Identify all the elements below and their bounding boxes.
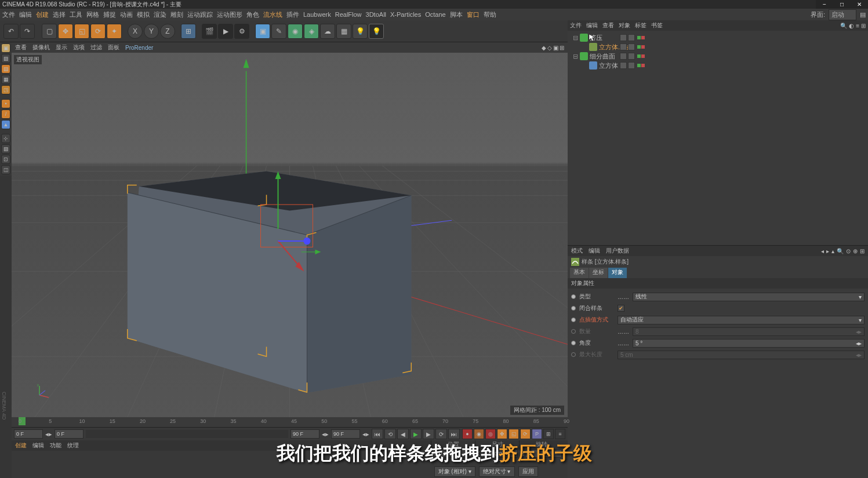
material-tab[interactable]: 创建	[15, 441, 27, 450]
tree-row[interactable]: ⊟细分曲面	[570, 52, 866, 61]
menu-item[interactable]: 网格	[86, 10, 99, 19]
start-frame[interactable]: 0 F	[14, 429, 43, 439]
size-mode-dropdown[interactable]: 绝对尺寸 ▾	[479, 466, 515, 477]
pla-key-button[interactable]: ⊞	[543, 429, 554, 439]
close-button[interactable]: ✕	[851, 0, 868, 9]
filter-icon[interactable]: ≡	[856, 23, 859, 29]
stepper-icon[interactable]: ◂▸	[322, 430, 329, 438]
viewmenu-item[interactable]: 面板	[108, 43, 119, 52]
viewmenu-item[interactable]: 显示	[56, 43, 67, 52]
lock-icon[interactable]: ⊙	[846, 248, 851, 254]
rotate-tool[interactable]: ⟳	[90, 24, 106, 39]
viewport-solo[interactable]: ▨	[1, 144, 10, 154]
z-lock[interactable]: Z	[160, 24, 175, 39]
play-button[interactable]: ▶	[410, 429, 422, 439]
stepper-icon[interactable]: ◂▸	[362, 430, 369, 438]
visibility-dot[interactable]	[641, 54, 645, 58]
enable-axis[interactable]: ⊹	[1, 134, 10, 143]
workplane[interactable]: ◫	[1, 165, 10, 174]
end-frame[interactable]: 90 F	[331, 429, 360, 439]
tree-row[interactable]: 立方体	[570, 61, 866, 70]
menu-item[interactable]: 选择	[53, 10, 66, 19]
render-view[interactable]: 🎬	[202, 24, 217, 39]
menu-item[interactable]: 插件	[286, 10, 299, 19]
maximize-button[interactable]: □	[833, 0, 851, 9]
redo-button[interactable]: ↷	[20, 24, 35, 39]
attr-subtab[interactable]: 基本	[570, 268, 589, 278]
tag-icon[interactable]	[628, 62, 635, 69]
viewport-perspective[interactable]: 透视视图 网格间距 : 100 cm y	[12, 53, 568, 417]
pos-key-button[interactable]: ✥	[497, 429, 507, 439]
anim-dot[interactable]	[571, 306, 576, 311]
undo-button[interactable]: ↶	[3, 24, 19, 39]
tag-icon[interactable]	[628, 43, 635, 50]
visibility-dot[interactable]	[637, 45, 641, 49]
checker-icon[interactable]: ▨	[1, 54, 10, 63]
apply-button[interactable]: 应用	[518, 466, 538, 477]
tree-row[interactable]: ⊟挤压	[570, 33, 866, 42]
tag-icon[interactable]	[620, 53, 627, 60]
menu-item[interactable]: 雕刻	[170, 10, 183, 19]
range-start[interactable]: 0 F	[55, 429, 83, 439]
view-config4-icon[interactable]: ⊞	[560, 45, 564, 51]
anim-dot[interactable]	[571, 329, 576, 334]
make-editable[interactable]: ▣	[1, 43, 10, 53]
scale-key-button[interactable]: ◱	[509, 429, 519, 439]
environment[interactable]: ☁	[320, 24, 335, 39]
anim-dot[interactable]	[571, 352, 576, 357]
expand-toggle[interactable]: ⊟	[572, 34, 578, 42]
close-panel-icon[interactable]: ⊞	[861, 23, 866, 29]
cube-primitive[interactable]: ▣	[255, 24, 270, 39]
visibility-dot[interactable]	[641, 36, 645, 39]
coord-mode-dropdown[interactable]: 对象 (相对) ▾	[434, 466, 475, 477]
menu-item[interactable]: 窗口	[467, 10, 480, 19]
anim-dot[interactable]	[571, 341, 576, 345]
viewmenu-item[interactable]: 过滤	[90, 43, 102, 52]
objmgr-tab[interactable]: 对象	[619, 21, 630, 30]
view-config3-icon[interactable]: ▣	[553, 45, 558, 51]
model-mode[interactable]: ▤	[1, 64, 10, 74]
angle-field[interactable]: 5 °◂▸	[633, 339, 865, 348]
attr-subtab[interactable]: 坐标	[589, 268, 608, 278]
layout-select[interactable]: 启动	[829, 9, 856, 20]
menu-item[interactable]: 编辑	[19, 10, 32, 19]
menu-item[interactable]: 渲染	[154, 10, 166, 19]
objmgr-tab[interactable]: 标签	[635, 21, 647, 30]
menu-item[interactable]: Laubwerk	[303, 11, 331, 18]
attr-tab[interactable]: 编辑	[589, 247, 600, 255]
expand-toggle[interactable]: ⊟	[572, 53, 578, 60]
next-key-button[interactable]: ⟳	[435, 429, 447, 439]
param-key-button[interactable]: P	[532, 429, 542, 439]
record-button[interactable]: ●	[462, 429, 473, 439]
type-dropdown[interactable]: 线性▾	[633, 293, 865, 301]
expand-icon[interactable]: ⊞	[860, 248, 865, 254]
time-ruler[interactable]: 051015202530354045505560657075808590	[12, 417, 568, 428]
keysel-button[interactable]: ◎	[485, 429, 496, 439]
view-config-icon[interactable]: ◆	[542, 45, 546, 51]
viewmenu-item[interactable]: 选项	[73, 43, 85, 52]
polygon-mode[interactable]: ▲	[1, 120, 10, 129]
tag-icon[interactable]	[620, 43, 627, 50]
goto-end-button[interactable]: ⏭	[448, 429, 460, 439]
viewmenu-item[interactable]: ProRender	[125, 45, 153, 51]
visibility-dot[interactable]	[641, 45, 645, 49]
range-end[interactable]: 90 F	[290, 429, 319, 439]
attr-tab[interactable]: 模式	[571, 247, 583, 255]
object-tree[interactable]: ⊟挤压立方体.样条⊟细分曲面立方体	[568, 31, 868, 245]
prev-icon[interactable]: ◂	[821, 248, 824, 254]
time-range-slider[interactable]	[86, 430, 288, 438]
attr-tab[interactable]: 用户数据	[606, 247, 629, 255]
spline-tool[interactable]: ✎	[271, 24, 286, 39]
snap-toggle[interactable]: ⊡	[1, 155, 10, 164]
options-button[interactable]: ≡	[555, 429, 565, 439]
render-settings[interactable]: ⚙	[234, 24, 249, 39]
material-tab[interactable]: 编辑	[32, 441, 44, 450]
tag-icon[interactable]	[628, 53, 635, 60]
interp-dropdown[interactable]: 自动适应▾	[618, 316, 865, 324]
menu-item[interactable]: 运动图形	[217, 10, 242, 19]
viewmenu-item[interactable]: 摄像机	[32, 43, 50, 52]
move-tool[interactable]: ✥	[58, 24, 73, 39]
goto-start-button[interactable]: ⏮	[372, 429, 383, 439]
render-region[interactable]: ▶	[218, 24, 233, 39]
menu-item[interactable]: 创建	[36, 10, 49, 19]
